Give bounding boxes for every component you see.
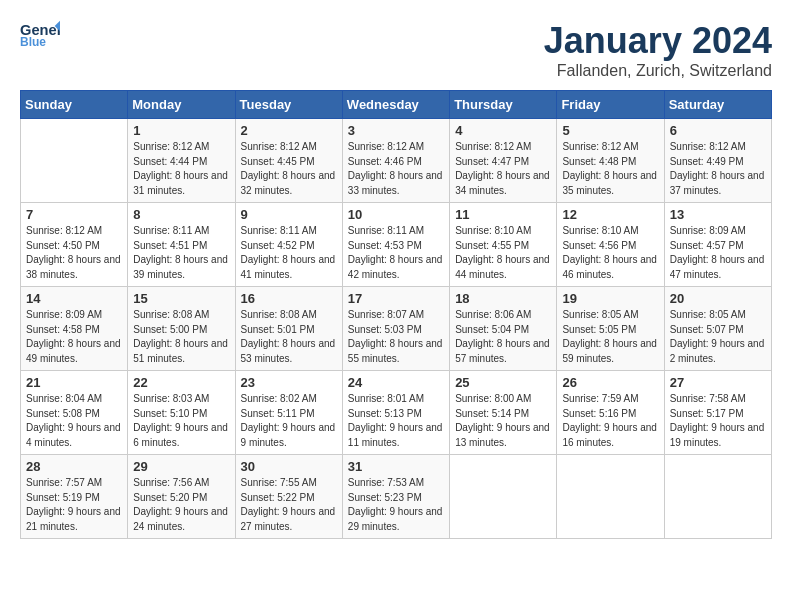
calendar-table: Sunday Monday Tuesday Wednesday Thursday… xyxy=(20,90,772,539)
day-info: Sunrise: 7:55 AMSunset: 5:22 PMDaylight:… xyxy=(241,477,336,532)
day-number: 2 xyxy=(241,123,337,138)
day-info: Sunrise: 8:01 AMSunset: 5:13 PMDaylight:… xyxy=(348,393,443,448)
day-number: 14 xyxy=(26,291,122,306)
page-header: General Blue January 2024 Fallanden, Zur… xyxy=(20,20,772,80)
day-info: Sunrise: 8:05 AMSunset: 5:07 PMDaylight:… xyxy=(670,309,765,364)
day-number: 26 xyxy=(562,375,658,390)
calendar-title: January 2024 xyxy=(544,20,772,62)
day-info: Sunrise: 7:56 AMSunset: 5:20 PMDaylight:… xyxy=(133,477,228,532)
header-monday: Monday xyxy=(128,91,235,119)
day-number: 31 xyxy=(348,459,444,474)
logo: General Blue xyxy=(20,20,60,50)
calendar-cell xyxy=(664,455,771,539)
calendar-cell: 13 Sunrise: 8:09 AMSunset: 4:57 PMDaylig… xyxy=(664,203,771,287)
calendar-subtitle: Fallanden, Zurich, Switzerland xyxy=(544,62,772,80)
day-number: 8 xyxy=(133,207,229,222)
calendar-cell: 23 Sunrise: 8:02 AMSunset: 5:11 PMDaylig… xyxy=(235,371,342,455)
day-info: Sunrise: 8:00 AMSunset: 5:14 PMDaylight:… xyxy=(455,393,550,448)
calendar-cell: 16 Sunrise: 8:08 AMSunset: 5:01 PMDaylig… xyxy=(235,287,342,371)
header-thursday: Thursday xyxy=(450,91,557,119)
day-info: Sunrise: 7:59 AMSunset: 5:16 PMDaylight:… xyxy=(562,393,657,448)
calendar-cell: 24 Sunrise: 8:01 AMSunset: 5:13 PMDaylig… xyxy=(342,371,449,455)
calendar-cell: 10 Sunrise: 8:11 AMSunset: 4:53 PMDaylig… xyxy=(342,203,449,287)
title-section: January 2024 Fallanden, Zurich, Switzerl… xyxy=(544,20,772,80)
day-number: 19 xyxy=(562,291,658,306)
calendar-cell: 8 Sunrise: 8:11 AMSunset: 4:51 PMDayligh… xyxy=(128,203,235,287)
day-info: Sunrise: 7:58 AMSunset: 5:17 PMDaylight:… xyxy=(670,393,765,448)
header-friday: Friday xyxy=(557,91,664,119)
calendar-cell: 12 Sunrise: 8:10 AMSunset: 4:56 PMDaylig… xyxy=(557,203,664,287)
day-number: 4 xyxy=(455,123,551,138)
day-info: Sunrise: 8:08 AMSunset: 5:01 PMDaylight:… xyxy=(241,309,336,364)
day-info: Sunrise: 8:12 AMSunset: 4:46 PMDaylight:… xyxy=(348,141,443,196)
day-number: 24 xyxy=(348,375,444,390)
day-info: Sunrise: 8:11 AMSunset: 4:51 PMDaylight:… xyxy=(133,225,228,280)
day-number: 5 xyxy=(562,123,658,138)
day-number: 27 xyxy=(670,375,766,390)
day-number: 18 xyxy=(455,291,551,306)
day-info: Sunrise: 8:10 AMSunset: 4:56 PMDaylight:… xyxy=(562,225,657,280)
calendar-week-row: 14 Sunrise: 8:09 AMSunset: 4:58 PMDaylig… xyxy=(21,287,772,371)
day-info: Sunrise: 8:12 AMSunset: 4:45 PMDaylight:… xyxy=(241,141,336,196)
svg-text:Blue: Blue xyxy=(20,35,46,48)
day-number: 22 xyxy=(133,375,229,390)
day-info: Sunrise: 8:11 AMSunset: 4:53 PMDaylight:… xyxy=(348,225,443,280)
day-number: 6 xyxy=(670,123,766,138)
day-info: Sunrise: 8:05 AMSunset: 5:05 PMDaylight:… xyxy=(562,309,657,364)
calendar-week-row: 21 Sunrise: 8:04 AMSunset: 5:08 PMDaylig… xyxy=(21,371,772,455)
calendar-cell xyxy=(450,455,557,539)
day-info: Sunrise: 8:03 AMSunset: 5:10 PMDaylight:… xyxy=(133,393,228,448)
calendar-cell: 18 Sunrise: 8:06 AMSunset: 5:04 PMDaylig… xyxy=(450,287,557,371)
calendar-cell: 3 Sunrise: 8:12 AMSunset: 4:46 PMDayligh… xyxy=(342,119,449,203)
calendar-cell: 5 Sunrise: 8:12 AMSunset: 4:48 PMDayligh… xyxy=(557,119,664,203)
day-info: Sunrise: 8:12 AMSunset: 4:49 PMDaylight:… xyxy=(670,141,765,196)
day-info: Sunrise: 7:53 AMSunset: 5:23 PMDaylight:… xyxy=(348,477,443,532)
day-info: Sunrise: 8:08 AMSunset: 5:00 PMDaylight:… xyxy=(133,309,228,364)
calendar-cell xyxy=(21,119,128,203)
day-number: 21 xyxy=(26,375,122,390)
day-info: Sunrise: 8:09 AMSunset: 4:57 PMDaylight:… xyxy=(670,225,765,280)
calendar-cell: 17 Sunrise: 8:07 AMSunset: 5:03 PMDaylig… xyxy=(342,287,449,371)
calendar-cell: 22 Sunrise: 8:03 AMSunset: 5:10 PMDaylig… xyxy=(128,371,235,455)
day-info: Sunrise: 8:04 AMSunset: 5:08 PMDaylight:… xyxy=(26,393,121,448)
day-number: 7 xyxy=(26,207,122,222)
calendar-cell: 31 Sunrise: 7:53 AMSunset: 5:23 PMDaylig… xyxy=(342,455,449,539)
day-info: Sunrise: 8:11 AMSunset: 4:52 PMDaylight:… xyxy=(241,225,336,280)
day-number: 29 xyxy=(133,459,229,474)
day-info: Sunrise: 8:06 AMSunset: 5:04 PMDaylight:… xyxy=(455,309,550,364)
day-number: 9 xyxy=(241,207,337,222)
day-info: Sunrise: 8:09 AMSunset: 4:58 PMDaylight:… xyxy=(26,309,121,364)
calendar-week-row: 28 Sunrise: 7:57 AMSunset: 5:19 PMDaylig… xyxy=(21,455,772,539)
day-info: Sunrise: 8:07 AMSunset: 5:03 PMDaylight:… xyxy=(348,309,443,364)
day-number: 3 xyxy=(348,123,444,138)
day-info: Sunrise: 8:12 AMSunset: 4:50 PMDaylight:… xyxy=(26,225,121,280)
day-number: 11 xyxy=(455,207,551,222)
calendar-cell: 14 Sunrise: 8:09 AMSunset: 4:58 PMDaylig… xyxy=(21,287,128,371)
day-info: Sunrise: 8:12 AMSunset: 4:48 PMDaylight:… xyxy=(562,141,657,196)
calendar-cell: 11 Sunrise: 8:10 AMSunset: 4:55 PMDaylig… xyxy=(450,203,557,287)
day-number: 23 xyxy=(241,375,337,390)
header-sunday: Sunday xyxy=(21,91,128,119)
calendar-cell xyxy=(557,455,664,539)
header-saturday: Saturday xyxy=(664,91,771,119)
day-number: 10 xyxy=(348,207,444,222)
day-number: 20 xyxy=(670,291,766,306)
calendar-cell: 30 Sunrise: 7:55 AMSunset: 5:22 PMDaylig… xyxy=(235,455,342,539)
calendar-cell: 19 Sunrise: 8:05 AMSunset: 5:05 PMDaylig… xyxy=(557,287,664,371)
calendar-cell: 28 Sunrise: 7:57 AMSunset: 5:19 PMDaylig… xyxy=(21,455,128,539)
day-number: 13 xyxy=(670,207,766,222)
day-number: 12 xyxy=(562,207,658,222)
calendar-cell: 25 Sunrise: 8:00 AMSunset: 5:14 PMDaylig… xyxy=(450,371,557,455)
calendar-cell: 20 Sunrise: 8:05 AMSunset: 5:07 PMDaylig… xyxy=(664,287,771,371)
calendar-cell: 29 Sunrise: 7:56 AMSunset: 5:20 PMDaylig… xyxy=(128,455,235,539)
day-number: 30 xyxy=(241,459,337,474)
calendar-cell: 9 Sunrise: 8:11 AMSunset: 4:52 PMDayligh… xyxy=(235,203,342,287)
calendar-cell: 27 Sunrise: 7:58 AMSunset: 5:17 PMDaylig… xyxy=(664,371,771,455)
header-wednesday: Wednesday xyxy=(342,91,449,119)
day-number: 17 xyxy=(348,291,444,306)
day-number: 16 xyxy=(241,291,337,306)
day-number: 25 xyxy=(455,375,551,390)
day-number: 1 xyxy=(133,123,229,138)
calendar-cell: 15 Sunrise: 8:08 AMSunset: 5:00 PMDaylig… xyxy=(128,287,235,371)
weekday-header-row: Sunday Monday Tuesday Wednesday Thursday… xyxy=(21,91,772,119)
